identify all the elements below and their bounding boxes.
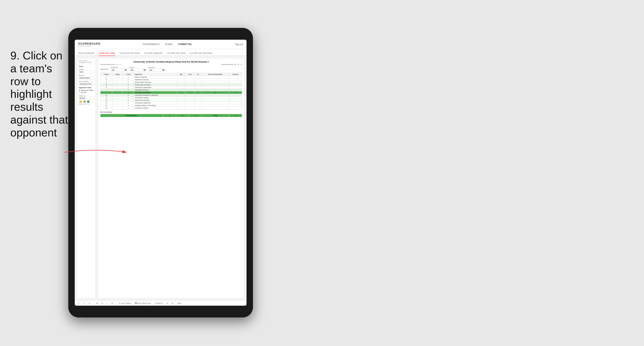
table-row[interactable]: 3 - 2 Vanderbilt University bbox=[100, 78, 242, 81]
subnav-player-h2h-grid[interactable]: PLAYER H2H GRID bbox=[167, 52, 186, 56]
legend-level-label: Level bbox=[83, 103, 86, 105]
colour-label: Colour by bbox=[79, 95, 85, 96]
redo-btn[interactable]: ↪ bbox=[82, 302, 86, 305]
subnav-player-h2h-heatmap[interactable]: PLAYER H2H HEATMAP bbox=[190, 52, 212, 56]
legend-down: Down bbox=[79, 100, 82, 105]
subnav-team-h2h-heatmap[interactable]: TEAM H2H HEATMAP bbox=[120, 52, 140, 56]
table-row[interactable]: 16 - 1 University of Florida bbox=[100, 107, 242, 109]
sidebar-team-field: Team bbox=[79, 65, 94, 67]
instruction-text: 9. Click on a team's row to highlight re… bbox=[10, 49, 70, 139]
colour-select[interactable]: Win/loss bbox=[79, 97, 94, 99]
nav-tournaments[interactable]: TOURNAMENTS bbox=[142, 43, 160, 45]
colour-section: Colour by Win/loss Down Level bbox=[79, 95, 94, 105]
legend-up: Up bbox=[87, 100, 90, 105]
region-filter: Region (All) bbox=[129, 67, 146, 71]
logo-sub: Powered by clippd bbox=[78, 45, 100, 47]
table-row[interactable]: 2 - 1 Auburn University bbox=[100, 76, 242, 78]
col-win: Win bbox=[177, 73, 185, 76]
radio-opponents-played[interactable]: Opponents Played bbox=[79, 89, 94, 91]
table-row[interactable]: 13 - 1 Texas Tech University bbox=[100, 99, 242, 102]
ood-loss: 0 bbox=[176, 114, 189, 117]
sidebar-gender-select[interactable]: Men's bbox=[79, 70, 94, 73]
conference-label: Conference bbox=[110, 67, 128, 68]
out-of-division-row[interactable]: NCAA Division II 1 0 0 26.00 3 bbox=[100, 114, 242, 117]
opponent-label: Opponent bbox=[148, 67, 165, 68]
division-record: Division Record: 88 - 17 - 0 bbox=[221, 63, 242, 65]
sidebar-school-field: School (Rank) bbox=[79, 81, 94, 85]
opponents-label: Opponents: bbox=[100, 68, 109, 70]
ood-tie: 0 bbox=[189, 114, 202, 117]
subnav-team-summary[interactable]: TEAM SUMMARY bbox=[78, 52, 95, 56]
radio-top100-dot bbox=[79, 92, 80, 93]
save-custom-view-btn[interactable]: 💾 Save Custom View bbox=[134, 302, 152, 305]
ood-win: 1 bbox=[163, 114, 176, 117]
overall-record: Overall Record: 89 - 17 - 0 bbox=[100, 63, 120, 65]
legend-up-label: Up bbox=[88, 103, 89, 105]
conference-select[interactable]: (All) bbox=[110, 69, 128, 71]
sidebar-school-input[interactable] bbox=[79, 83, 94, 85]
sidebar-division-select[interactable]: NCAA Division I bbox=[79, 77, 94, 79]
table-row[interactable]: 11 - 6 University of Arkansas, Fayettevi… bbox=[100, 94, 242, 96]
nav-committee[interactable]: COMMITTEE bbox=[178, 43, 192, 45]
main-content: Last Updated: 27/03/2024 16:55:38 Team G… bbox=[75, 56, 246, 301]
sidebar-team-label: Team bbox=[79, 65, 94, 67]
nav-teams[interactable]: TEAMS bbox=[165, 43, 173, 45]
table-row[interactable]: 4 - 1 Arizona State University bbox=[100, 81, 242, 84]
nav-links: TOURNAMENTS TEAMS COMMITTEE bbox=[142, 43, 192, 45]
col-tie: Tie bbox=[194, 73, 202, 76]
dot-btn[interactable]: • bbox=[106, 302, 109, 305]
export-btn[interactable]: ⊟ bbox=[171, 302, 174, 305]
sidebar-gender-label: Gender bbox=[79, 69, 94, 70]
radio-top100[interactable]: Top 100 bbox=[79, 92, 94, 93]
clock-btn[interactable]: ⊛ bbox=[110, 302, 114, 305]
col-rounds: Rounds bbox=[229, 73, 242, 76]
opponent-select[interactable]: (All) bbox=[148, 69, 165, 71]
toolbar-sep2: | bbox=[116, 302, 116, 304]
col-conf: # Conf bbox=[122, 73, 134, 76]
table-row-alabama[interactable]: - - 5 University of Alabama 3 0 0 2.61 8 bbox=[100, 91, 242, 94]
col-opponent: Opponent bbox=[134, 73, 177, 76]
watch-btn[interactable]: 👁 Watch ▾ bbox=[154, 302, 164, 305]
table-row[interactable]: 6 - 2 Florida State University bbox=[100, 84, 242, 86]
share-btn[interactable]: Share bbox=[176, 302, 182, 305]
legend-dots: Down Level Up bbox=[79, 100, 94, 105]
sidebar-gender-field: Gender Men's bbox=[79, 69, 94, 73]
col-loss: Loss bbox=[185, 73, 195, 76]
legend-down-circle bbox=[79, 100, 82, 103]
table-row[interactable]: - - 3 University of Arizona bbox=[100, 89, 242, 91]
table-row[interactable]: 15 - 4 Georgia Institute of Technology bbox=[100, 104, 242, 107]
table-row[interactable]: 8 - 2 University of Washington bbox=[100, 86, 242, 89]
undo-btn[interactable]: ↩ bbox=[77, 302, 80, 305]
region-label: Region bbox=[129, 67, 146, 68]
subnav-player-summary[interactable]: PLAYER SUMMARY bbox=[144, 52, 163, 56]
legend-up-circle bbox=[87, 100, 90, 103]
radio-top100-label: Top 100 bbox=[81, 92, 86, 93]
filter-row: Opponents: Conference (All) Region (All) bbox=[100, 67, 242, 71]
col-rank: # Rank bbox=[100, 73, 112, 76]
circle-btn[interactable]: ◎ bbox=[100, 302, 104, 305]
opponent-view-section: Opponent View Opponents Played Top 100 bbox=[79, 87, 94, 93]
toolbar-sep1: | bbox=[93, 302, 94, 304]
reset-btn[interactable]: ⊙ bbox=[88, 302, 91, 305]
table-row[interactable]: 14 - 2 University of Oklahoma bbox=[100, 102, 242, 104]
sub-nav: TEAM SUMMARY TEAM H2H GRID TEAM H2H HEAT… bbox=[75, 49, 246, 56]
grid-records: Overall Record: 89 - 17 - 0 Division Rec… bbox=[100, 63, 242, 65]
top-nav: SCOREBOARD Powered by clippd TOURNAMENTS… bbox=[75, 40, 246, 49]
view-original-btn[interactable]: 👁 View: Original bbox=[118, 302, 132, 305]
share-icon-btn[interactable]: ⊡ bbox=[165, 302, 169, 305]
region-select[interactable]: (All) bbox=[129, 69, 146, 71]
subnav-team-h2h-grid[interactable]: TEAM H2H GRID bbox=[99, 52, 115, 56]
grid-btn[interactable]: ⊞ bbox=[95, 302, 99, 305]
radio-opponents-played-dot bbox=[79, 89, 80, 91]
tablet-screen: SCOREBOARD Powered by clippd TOURNAMENTS… bbox=[75, 40, 246, 306]
ood-rounds: 3 bbox=[229, 114, 242, 117]
sign-out-link[interactable]: Sign out bbox=[235, 43, 243, 45]
tablet-frame: SCOREBOARD Powered by clippd TOURNAMENTS… bbox=[68, 28, 253, 318]
ood-diff: 26.00 bbox=[202, 114, 229, 117]
grid-area: University of North Carolina Head-to-Hea… bbox=[98, 58, 244, 298]
legend-level-circle bbox=[83, 100, 86, 103]
legend-down-label: Down bbox=[79, 103, 82, 105]
table-row[interactable]: 12 - 3 University of Virginia bbox=[100, 96, 242, 99]
opponent-filter: Opponent (All) bbox=[148, 67, 165, 71]
sidebar-division-label: Division bbox=[79, 75, 94, 76]
